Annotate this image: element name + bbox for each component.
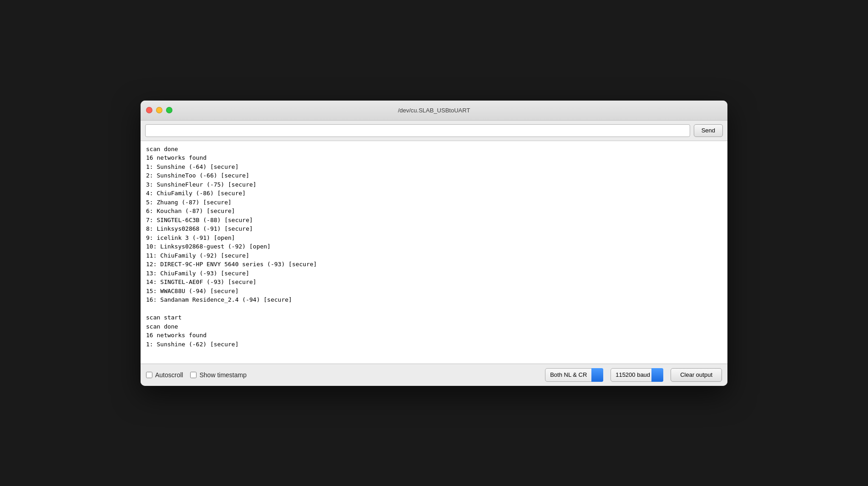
autoscroll-label[interactable]: Autoscroll — [155, 371, 183, 379]
line-ending-select[interactable]: No line ending Newline Carriage return B… — [545, 368, 603, 382]
window-title: /dev/cu.SLAB_USBtoUART — [398, 107, 470, 114]
message-input[interactable] — [145, 124, 690, 137]
toolbar: Send — [141, 121, 727, 141]
window-controls — [146, 107, 172, 113]
send-button[interactable]: Send — [694, 124, 723, 137]
minimize-button[interactable] — [156, 107, 162, 113]
timestamp-checkbox[interactable] — [190, 372, 197, 378]
baud-rate-wrapper: 300 baud 1200 baud 2400 baud 4800 baud 9… — [611, 368, 663, 382]
output-text: scan done 16 networks found 1: Sunshine … — [146, 145, 722, 349]
status-bar: Autoscroll Show timestamp No line ending… — [141, 364, 727, 386]
autoscroll-checkbox[interactable] — [146, 372, 152, 378]
output-area[interactable]: scan done 16 networks found 1: Sunshine … — [141, 141, 727, 364]
autoscroll-group: Autoscroll — [146, 371, 183, 379]
timestamp-label[interactable]: Show timestamp — [199, 371, 246, 379]
line-ending-wrapper: No line ending Newline Carriage return B… — [545, 368, 603, 382]
timestamp-group: Show timestamp — [190, 371, 246, 379]
clear-output-button[interactable]: Clear output — [671, 368, 722, 382]
serial-monitor-window: /dev/cu.SLAB_USBtoUART Send scan done 16… — [141, 101, 727, 386]
close-button[interactable] — [146, 107, 152, 113]
maximize-button[interactable] — [166, 107, 172, 113]
title-bar: /dev/cu.SLAB_USBtoUART — [141, 101, 727, 121]
baud-rate-select[interactable]: 300 baud 1200 baud 2400 baud 4800 baud 9… — [611, 368, 663, 382]
